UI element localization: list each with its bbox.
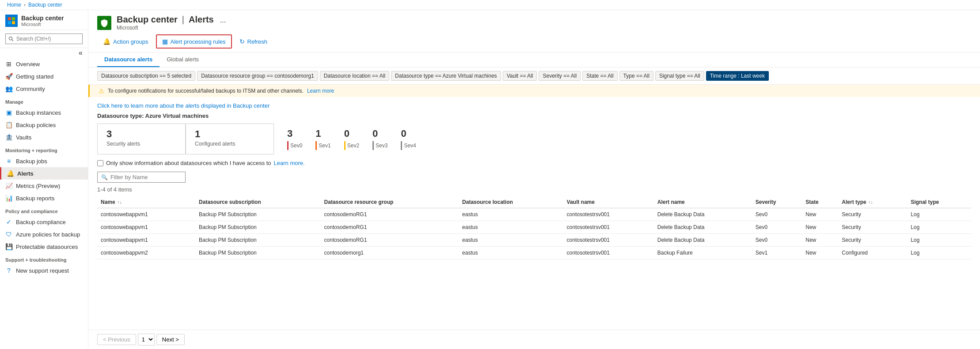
- sidebar-item-backup-jobs[interactable]: ≡ Backup jobs: [0, 155, 88, 167]
- sidebar-item-backup-compliance[interactable]: ✓ Backup compliance: [0, 216, 88, 228]
- sidebar-item-community[interactable]: 👥 Community: [0, 83, 88, 95]
- sidebar-label-azure-policies: Azure policies for backup: [16, 231, 80, 238]
- compliance-icon: ✓: [5, 218, 12, 225]
- filter-chip-resource_group[interactable]: Datasource resource group == contosodemo…: [197, 71, 318, 81]
- sidebar-label-backup-reports: Backup reports: [16, 195, 54, 202]
- policies-icon: 📋: [5, 121, 12, 128]
- filter-chip-type[interactable]: Datasource type == Azure Virtual machine…: [391, 71, 501, 81]
- cell-vault_name-2: contosotestrsv001: [563, 234, 654, 247]
- sidebar-item-backup-policies[interactable]: 📋 Backup policies: [0, 119, 88, 131]
- svg-rect-0: [8, 17, 11, 20]
- support-section-label: Support + troubleshooting: [0, 253, 88, 264]
- cell-severity-1: Sev0: [752, 221, 802, 234]
- tab-datasource-alerts[interactable]: Datasource alerts: [97, 53, 160, 67]
- sidebar-app-subtitle: Microsoft: [21, 22, 64, 27]
- previous-button[interactable]: < Previous: [97, 334, 136, 345]
- sidebar-label-backup-compliance: Backup compliance: [16, 219, 66, 225]
- monitoring-section-label: Monitoring + reporting: [0, 143, 88, 155]
- col-header-location: Datasource location: [459, 196, 563, 208]
- sev-label-sev1: Sev1: [319, 143, 330, 149]
- filter-chip-state[interactable]: State == All: [582, 71, 617, 81]
- sidebar-label-getting-started: Getting started: [16, 73, 53, 80]
- search-input[interactable]: [5, 34, 83, 44]
- sev-label-sev2: Sev2: [347, 143, 359, 149]
- sidebar-collapse-button[interactable]: «: [77, 49, 84, 57]
- sev-bar-sev3: [372, 141, 374, 150]
- sidebar-label-alerts: Alerts: [17, 170, 34, 177]
- support-icon: ?: [5, 267, 12, 274]
- col-header-severity: Severity: [752, 196, 802, 208]
- sidebar-item-vaults[interactable]: 🏦 Vaults: [0, 131, 88, 143]
- next-button[interactable]: Next >: [156, 334, 185, 345]
- cell-name-0: contosowebappvm1: [97, 208, 195, 221]
- sidebar-item-overview[interactable]: ⊞ Overview: [0, 58, 88, 70]
- breadcrumb-home[interactable]: Home: [7, 2, 21, 8]
- cell-alert_type-2: Security: [838, 234, 907, 247]
- sidebar-item-alerts[interactable]: 🔔 Alerts: [0, 167, 88, 180]
- breadcrumb-current[interactable]: Backup center: [28, 2, 62, 8]
- cell-alert_type-3: Configured: [838, 247, 907, 259]
- configured-alerts-card[interactable]: 1 Configured alerts: [186, 124, 274, 154]
- table-row[interactable]: contosowebappvm1Backup PM Subscriptionco…: [97, 221, 971, 234]
- sidebar-item-metrics[interactable]: 📈 Metrics (Preview): [0, 180, 88, 192]
- alert-processing-rules-button[interactable]: ▦ Alert processing rules: [156, 34, 232, 49]
- sev-count-sev4: 0: [401, 128, 416, 139]
- action-groups-button[interactable]: 🔔 Action groups: [97, 35, 154, 48]
- sort-icon-alert_type[interactable]: ↑↓: [867, 200, 873, 205]
- filter-chip-signal_type[interactable]: Signal type == All: [655, 71, 704, 81]
- refresh-button[interactable]: ↻ Refresh: [234, 35, 273, 48]
- filter-chip-alert_type[interactable]: Type == All: [619, 71, 653, 81]
- main-content: Backup center | Alerts ... Microsoft 🔔 A…: [88, 10, 980, 349]
- content-area: Click here to learn more about the alert…: [88, 97, 980, 330]
- page-more-options-button[interactable]: ...: [218, 16, 228, 24]
- filter-name-input[interactable]: [110, 174, 182, 180]
- filter-chip-location[interactable]: Datasource location == All: [320, 71, 389, 81]
- learn-more-alerts-link[interactable]: Click here to learn more about the alert…: [97, 102, 270, 109]
- sort-icon-name[interactable]: ↑↓: [116, 200, 122, 205]
- datasource-type-label: Datasource type: Azure Virtual machines: [97, 113, 971, 119]
- sidebar-label-new-support: New support request: [16, 267, 69, 274]
- filter-chip-subscription[interactable]: Datasource subscription == 5 selected: [97, 71, 195, 81]
- configured-label: Configured alerts: [195, 141, 265, 147]
- sidebar: Backup center Microsoft « ⊞ Overview 🚀 G…: [0, 10, 88, 349]
- sidebar-label-backup-jobs: Backup jobs: [16, 158, 47, 165]
- configured-count: 1: [195, 128, 265, 140]
- sev-bar-sev4: [401, 141, 402, 150]
- sidebar-label-backup-policies: Backup policies: [16, 122, 56, 128]
- sidebar-item-backup-reports[interactable]: 📊 Backup reports: [0, 192, 88, 204]
- table-row[interactable]: contosowebappvm1Backup PM Subscriptionco…: [97, 208, 971, 221]
- sidebar-item-protectable[interactable]: 💾 Protectable datasources: [0, 240, 88, 253]
- cell-signal_type-3: Log: [907, 247, 971, 259]
- rocket-icon: 🚀: [5, 73, 12, 80]
- banner-learn-more-link[interactable]: Learn more: [307, 88, 334, 94]
- cell-name-3: contosowebappvm2: [97, 247, 195, 259]
- alerts-table: Name ↑↓Datasource subscriptionDatasource…: [97, 196, 971, 259]
- sidebar-header: Backup center Microsoft: [0, 10, 88, 30]
- sev-count-sev2: 0: [344, 128, 359, 139]
- manage-section-label: Manage: [0, 95, 88, 106]
- tab-global-alerts[interactable]: Global alerts: [160, 53, 206, 67]
- sidebar-item-azure-policies[interactable]: 🛡 Azure policies for backup: [0, 228, 88, 240]
- sidebar-label-metrics: Metrics (Preview): [16, 183, 60, 189]
- cell-location-0: eastus: [459, 208, 563, 221]
- sidebar-item-backup-instances[interactable]: ▣ Backup instances: [0, 106, 88, 119]
- sev-item-sev1: 1 Sev1: [315, 128, 330, 150]
- svg-rect-3: [12, 21, 15, 24]
- sev-bar-sev0: [287, 141, 289, 150]
- table-row[interactable]: contosowebappvm1Backup PM Subscriptionco…: [97, 234, 971, 247]
- sidebar-item-new-support[interactable]: ? New support request: [0, 264, 88, 277]
- sev-bar-sev2: [344, 141, 346, 150]
- alert-rules-icon: ▦: [162, 38, 168, 45]
- filter-chip-time_range[interactable]: Time range : Last week: [706, 71, 769, 81]
- access-learn-more-link[interactable]: Learn more.: [274, 160, 305, 166]
- table-row[interactable]: contosowebappvm2Backup PM Subscriptionco…: [97, 247, 971, 259]
- page-select[interactable]: 1: [138, 334, 155, 345]
- cell-alert_type-1: Security: [838, 221, 907, 234]
- filter-chip-vault[interactable]: Vault == All: [503, 71, 537, 81]
- sev-label-sev0: Sev0: [290, 143, 302, 149]
- filter-chip-severity[interactable]: Severity == All: [539, 71, 581, 81]
- security-alerts-card[interactable]: 3 Security alerts: [97, 124, 186, 154]
- cell-location-2: eastus: [459, 234, 563, 247]
- sidebar-item-getting-started[interactable]: 🚀 Getting started: [0, 70, 88, 83]
- access-checkbox[interactable]: [97, 160, 103, 166]
